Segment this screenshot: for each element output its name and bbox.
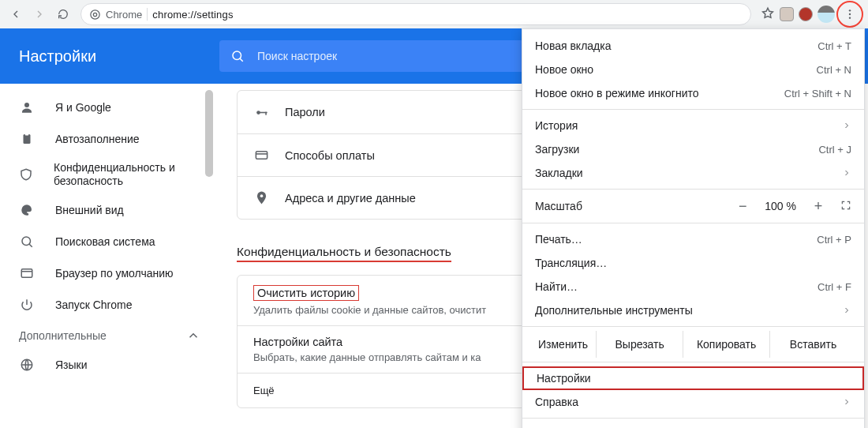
fullscreen-button[interactable] (840, 200, 851, 213)
browser-toolbar: Chrome chrome://settings (0, 0, 868, 28)
row-label: Адреса и другие данные (285, 192, 416, 205)
chevron-up-icon (186, 329, 200, 343)
menu-settings[interactable]: Настройки (522, 366, 864, 390)
chevron-right-icon (842, 121, 851, 130)
highlight-ring (836, 1, 863, 28)
sidebar-item-privacy[interactable]: Конфиденциальность и безопасность (0, 155, 219, 194)
omnibox-url: chrome://settings (152, 9, 233, 21)
menu-incognito[interactable]: Новое окно в режиме инкогнитоCtrl + Shif… (522, 81, 864, 105)
sidebar-item-languages[interactable]: Языки (0, 349, 219, 381)
palette-icon (19, 202, 35, 218)
svg-point-9 (22, 237, 31, 246)
svg-rect-14 (265, 111, 267, 115)
sidebar-item-on-startup[interactable]: Запуск Chrome (0, 289, 219, 321)
privacy-section-title: Конфиденциальность и безопасность (237, 245, 451, 262)
menu-print[interactable]: Печать…Ctrl + P (522, 227, 864, 251)
location-icon (253, 190, 269, 206)
sidebar-item-label: Запуск Chrome (55, 298, 132, 311)
menu-more-tools[interactable]: Дополнительные инструменты (522, 298, 864, 322)
bookmark-star-button[interactable] (761, 6, 775, 23)
chevron-right-icon (842, 397, 851, 407)
menu-exit[interactable]: Выход (522, 422, 864, 428)
svg-rect-15 (256, 152, 267, 160)
shield-icon (19, 167, 33, 182)
svg-rect-7 (24, 134, 31, 144)
menu-separator (522, 223, 864, 223)
svg-point-1 (93, 13, 96, 16)
svg-point-6 (24, 103, 29, 107)
chrome-icon (89, 9, 101, 21)
svg-point-0 (91, 9, 99, 18)
menu-help[interactable]: Справка (522, 390, 864, 414)
edit-cut[interactable]: Вырезать (596, 331, 683, 358)
menu-zoom: Масштаб − 100 % + (522, 193, 864, 219)
nav-back-button[interactable] (5, 3, 27, 25)
chevron-right-icon (842, 306, 851, 315)
chevron-right-icon (842, 168, 851, 178)
menu-separator (522, 418, 864, 419)
profile-avatar[interactable] (817, 6, 835, 23)
edit-paste[interactable]: Вставить (769, 331, 856, 358)
sidebar-item-label: Браузер по умолчанию (55, 267, 174, 280)
zoom-value: 100 % (765, 200, 796, 212)
chrome-menu-button[interactable] (840, 4, 860, 24)
key-icon (253, 104, 269, 120)
menu-cast[interactable]: Трансляция… (522, 251, 864, 275)
sidebar-item-appearance[interactable]: Внешний вид (0, 194, 219, 226)
edit-copy[interactable]: Копировать (683, 331, 769, 358)
sidebar-item-search-engine[interactable]: Поисковая система (0, 226, 219, 257)
omnibox-separator (147, 8, 148, 21)
sidebar-scrollbar[interactable] (205, 90, 213, 177)
sidebar-item-label: Конфиденциальность и безопасность (54, 161, 200, 189)
row-label: Способы оплаты (285, 149, 375, 162)
svg-point-5 (233, 51, 241, 60)
menu-separator (522, 189, 864, 190)
sidebar-item-label: Языки (55, 359, 88, 371)
sidebar-item-you-and-google[interactable]: Я и Google (0, 92, 219, 123)
svg-point-16 (260, 194, 263, 197)
sidebar-item-label: Внешний вид (55, 204, 124, 216)
menu-edit-row: Изменить Вырезать Копировать Вставить (522, 331, 864, 358)
search-placeholder: Поиск настроек (257, 50, 337, 62)
svg-rect-10 (21, 269, 32, 278)
sidebar-item-label: Поисковая система (55, 235, 155, 248)
menu-separator (522, 326, 864, 327)
menu-separator (522, 109, 864, 110)
row-label: Пароли (285, 106, 325, 118)
sidebar-item-label: Автозаполнение (55, 133, 140, 145)
sidebar-advanced-toggle[interactable]: Дополнительные (0, 321, 219, 349)
sidebar-item-label: Я и Google (55, 101, 111, 114)
clear-data-title: Очистить историю (253, 285, 359, 301)
person-icon (19, 99, 35, 115)
zoom-out-button[interactable]: − (735, 198, 750, 215)
address-bar[interactable]: Chrome chrome://settings (80, 3, 751, 25)
sidebar-item-default-browser[interactable]: Браузер по умолчанию (0, 257, 219, 289)
sidebar-item-autofill[interactable]: Автозаполнение (0, 123, 219, 155)
nav-reload-button[interactable] (52, 3, 74, 25)
menu-new-window[interactable]: Новое окноCtrl + N (522, 58, 864, 81)
browser-icon (19, 265, 35, 281)
menu-bookmarks[interactable]: Закладки (522, 161, 864, 185)
globe-icon (19, 357, 35, 373)
settings-title: Настройки (19, 47, 96, 66)
power-icon (19, 297, 35, 313)
menu-new-tab[interactable]: Новая вкладкаCtrl + T (522, 34, 864, 58)
search-icon (230, 49, 245, 63)
zoom-in-button[interactable]: + (810, 198, 826, 215)
menu-separator (522, 362, 864, 362)
svg-rect-8 (25, 133, 29, 136)
sidebar-advanced-label: Дополнительные (19, 329, 107, 342)
card-icon (253, 148, 269, 163)
search-icon (19, 234, 35, 250)
clipboard-icon (19, 131, 35, 147)
extension-icon[interactable] (780, 7, 794, 21)
settings-sidebar: Я и Google Автозаполнение Конфиденциальн… (0, 84, 219, 428)
omnibox-site: Chrome (106, 9, 142, 21)
menu-downloads[interactable]: ЗагрузкиCtrl + J (522, 137, 864, 161)
menu-history[interactable]: История (522, 114, 864, 137)
nav-forward-button[interactable] (28, 3, 51, 25)
chrome-overflow-menu: Новая вкладкаCtrl + T Новое окноCtrl + N… (522, 28, 865, 428)
extension-icon[interactable] (799, 7, 813, 21)
menu-find[interactable]: Найти…Ctrl + F (522, 275, 864, 298)
more-label: Ещё (253, 385, 275, 396)
